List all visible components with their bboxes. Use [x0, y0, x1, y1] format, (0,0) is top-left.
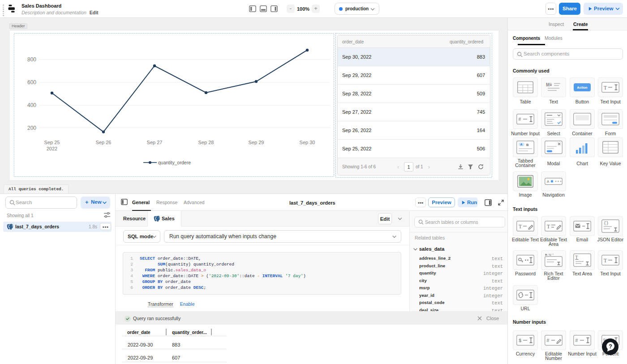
svg-text:T: T [604, 85, 607, 90]
svg-text:?: ? [609, 343, 612, 350]
svg-text:Sep 29: Sep 29 [249, 140, 264, 145]
svg-text:400: 400 [27, 102, 36, 108]
svg-text:{}: {} [604, 221, 609, 226]
svg-text:200: 200 [27, 125, 36, 131]
svg-text:Sep 26: Sep 26 [96, 140, 112, 145]
svg-text:M: M [546, 82, 550, 87]
svg-text:T: T [519, 224, 522, 229]
svg-text:#: # [547, 338, 550, 343]
svg-text:Action: Action [577, 86, 588, 90]
svg-text:T: T [547, 224, 550, 229]
svg-text:800: 800 [27, 56, 36, 63]
svg-text:600: 600 [27, 79, 36, 86]
svg-text:Sep 30: Sep 30 [300, 140, 315, 145]
svg-text:Sep 25: Sep 25 [44, 140, 60, 145]
svg-text:#: # [575, 338, 578, 343]
svg-text:A: A [547, 180, 550, 184]
svg-text:T: T [575, 255, 578, 260]
svg-text:A: A [520, 143, 523, 146]
svg-text:B / U ": B / U " [545, 253, 554, 256]
svg-text:T: T [604, 258, 607, 263]
svg-text:2022: 2022 [47, 146, 57, 151]
svg-text:B: B [526, 143, 529, 147]
svg-text:$: $ [519, 338, 521, 343]
svg-text:#: # [519, 116, 521, 122]
svg-text:Sep 28: Sep 28 [198, 140, 214, 145]
svg-text:Sep 27: Sep 27 [147, 140, 163, 145]
svg-text:quantity_ordere: quantity_ordere [158, 160, 191, 165]
